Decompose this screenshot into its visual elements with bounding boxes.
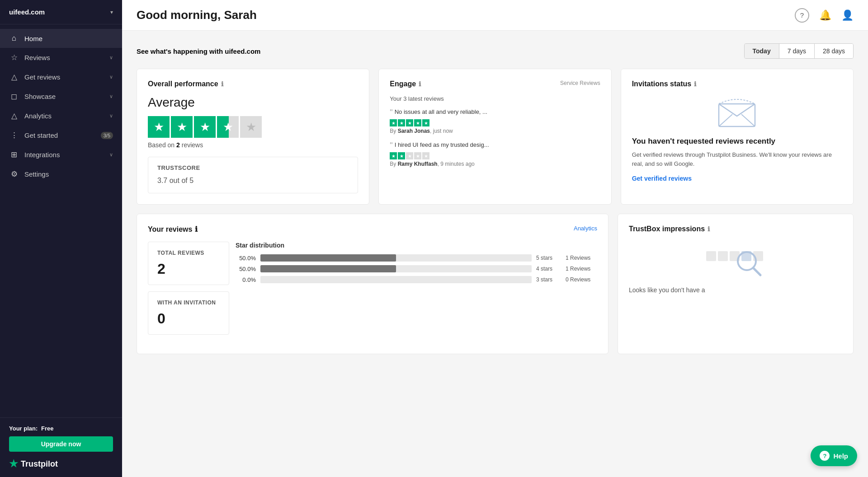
get-started-badge: 3/5: [101, 132, 113, 139]
star-2: ★: [171, 116, 193, 138]
top-cards-row: Overall performance ℹ Average ★ ★ ★ ★ ★ …: [137, 69, 854, 205]
small-star: ★: [390, 119, 397, 126]
plan-value: Free: [41, 425, 53, 432]
star-dist-label: 3 stars: [536, 276, 561, 283]
reviews-content: TOTAL REVIEWS 2 WITH AN INVITATION 0 Sta…: [148, 242, 597, 343]
help-icon[interactable]: ?: [795, 8, 809, 23]
content-header: See what's happening with uifeed.com Tod…: [137, 43, 854, 59]
star-dist-pct: 50.0%: [236, 266, 256, 272]
sidebar-item-home[interactable]: ⌂ Home: [0, 29, 122, 48]
invitations-info-icon[interactable]: ℹ: [694, 80, 696, 88]
small-star: ★: [422, 119, 429, 126]
brand-chevron-icon: ▾: [110, 9, 113, 15]
star-dist-label: 5 stars: [536, 255, 561, 261]
get-reviews-icon: △: [9, 72, 19, 82]
star-3: ★: [194, 116, 216, 138]
invitations-title: Invitations status ℹ: [632, 80, 842, 88]
review-text-2: I hired UI feed as my trusted desig...: [395, 141, 489, 150]
with-invitation-box: WITH AN INVITATION 0: [148, 291, 229, 335]
engage-card: Engage ℹ Service Reviews Your 3 latest r…: [378, 69, 611, 205]
trustbox-message: Looks like you don't have a: [629, 285, 842, 295]
trustbox-illustration: [629, 242, 842, 278]
latest-reviews-label: Your 3 latest reviews: [390, 95, 600, 102]
small-star: ★: [406, 119, 413, 126]
filter-7days-button[interactable]: 7 days: [779, 44, 815, 58]
envelope-illustration: [632, 97, 842, 129]
stats-boxes: TOTAL REVIEWS 2 WITH AN INVITATION 0: [148, 242, 229, 335]
settings-icon: ⚙: [9, 169, 19, 179]
review-item: " No issues at all and very reliable, ..…: [390, 108, 600, 134]
star-dist-row: 50.0% 5 stars 1 Reviews: [236, 254, 597, 262]
star-dist-bar-wrap: [260, 254, 532, 262]
star-dist-row: 0.0% 3 stars 0 Reviews: [236, 276, 597, 283]
star-rating: ★ ★ ★ ★ ★: [148, 116, 358, 138]
sidebar-item-label: Settings: [24, 170, 113, 178]
small-star: ★: [390, 152, 397, 159]
star-dist-label: 4 stars: [536, 266, 561, 272]
get-verified-reviews-link[interactable]: Get verified reviews: [632, 175, 692, 182]
header: Good morning, Sarah ? 🔔 👤: [122, 0, 868, 31]
svg-rect-3: [706, 251, 716, 261]
svg-line-9: [753, 268, 760, 275]
trustbox-impressions-card: TrustBox impressions ℹ: [618, 214, 854, 354]
small-star: ★: [414, 152, 421, 159]
engage-info-icon[interactable]: ℹ: [419, 80, 421, 88]
service-reviews-label: Service Reviews: [560, 80, 600, 86]
quote-mark-icon: ": [390, 108, 392, 117]
review-text-1: No issues at all and very reliable, ...: [395, 108, 487, 117]
your-reviews-info-icon[interactable]: ℹ: [195, 225, 198, 234]
sidebar-item-analytics[interactable]: △ Analytics ∨: [0, 106, 122, 126]
your-reviews-header: Your reviews ℹ Analytics: [148, 225, 597, 234]
star-5: ★: [240, 116, 262, 138]
star-4: ★: [217, 116, 239, 138]
analytics-icon: △: [9, 111, 19, 121]
sidebar-item-reviews[interactable]: ☆ Reviews ∨: [0, 48, 122, 67]
notifications-icon[interactable]: 🔔: [819, 9, 831, 21]
sidebar-item-label: Showcase: [24, 93, 104, 100]
info-icon[interactable]: ℹ: [221, 80, 223, 88]
overall-performance-card: Overall performance ℹ Average ★ ★ ★ ★ ★ …: [137, 69, 369, 205]
sidebar-item-get-started[interactable]: ⋮ Get started 3/5: [0, 126, 122, 145]
bottom-cards-row: Your reviews ℹ Analytics TOTAL REVIEWS 2…: [137, 214, 854, 354]
filter-28days-button[interactable]: 28 days: [815, 44, 853, 58]
with-invitation-label: WITH AN INVITATION: [157, 299, 220, 307]
user-avatar-icon[interactable]: 👤: [841, 9, 854, 21]
star-1: ★: [148, 116, 170, 138]
invitations-message-desc: Get verified reviews through Trustpilot …: [632, 150, 842, 168]
filter-today-button[interactable]: Today: [745, 44, 779, 58]
star-dist-bar-wrap: [260, 276, 532, 283]
help-button[interactable]: ? Help: [811, 445, 857, 466]
star-dist-bar: [260, 265, 396, 272]
sidebar-item-get-reviews[interactable]: △ Get reviews ∨: [0, 67, 122, 87]
star-dist-pct: 0.0%: [236, 276, 256, 283]
sidebar-item-label: Analytics: [24, 112, 104, 120]
star-dist-row: 50.0% 4 stars 1 Reviews: [236, 265, 597, 272]
trustbox-info-icon[interactable]: ℹ: [708, 225, 710, 233]
page-title: Good morning, Sarah: [137, 8, 257, 22]
reviews-icon: ☆: [9, 53, 19, 62]
trustscore-box: TRUSTSCORE 3.7 out of 5: [148, 157, 358, 193]
sidebar-item-label: Home: [24, 35, 113, 42]
trustscore-value: 3.7 out of 5: [157, 174, 349, 186]
envelope-icon: [717, 97, 757, 129]
upgrade-button[interactable]: Upgrade now: [9, 436, 113, 452]
subtitle-prefix: See what's happening with: [137, 47, 225, 55]
trustpilot-star-icon: ★: [9, 458, 18, 470]
analytics-link[interactable]: Analytics: [574, 225, 597, 232]
trustscore-suffix: out of 5: [167, 177, 193, 184]
sidebar-item-showcase[interactable]: ◻ Showcase ∨: [0, 87, 122, 106]
sidebar-brand[interactable]: uifeed.com ▾: [0, 0, 122, 24]
small-star: ★: [398, 119, 405, 126]
review-meta-2: By Ramy Khuffash, 9 minutes ago: [390, 161, 600, 167]
star-dist-reviews: 1 Reviews: [566, 255, 597, 261]
subtitle-site: uifeed.com: [225, 47, 260, 55]
star-dist-title: Star distribution: [236, 242, 597, 249]
sidebar-item-integrations[interactable]: ⊞ Integrations ∨: [0, 145, 122, 164]
svg-rect-4: [718, 251, 728, 261]
invitations-message-title: You haven't requested reviews recently: [632, 137, 842, 146]
sidebar: uifeed.com ▾ ⌂ Home ☆ Reviews ∨ △ Get re…: [0, 0, 122, 477]
trustscore-label: TRUSTSCORE: [157, 164, 349, 171]
sidebar-item-settings[interactable]: ⚙ Settings: [0, 164, 122, 184]
content-subtitle: See what's happening with uifeed.com: [137, 47, 260, 55]
invitations-status-card: Invitations status ℹ You haven't request…: [621, 69, 854, 205]
